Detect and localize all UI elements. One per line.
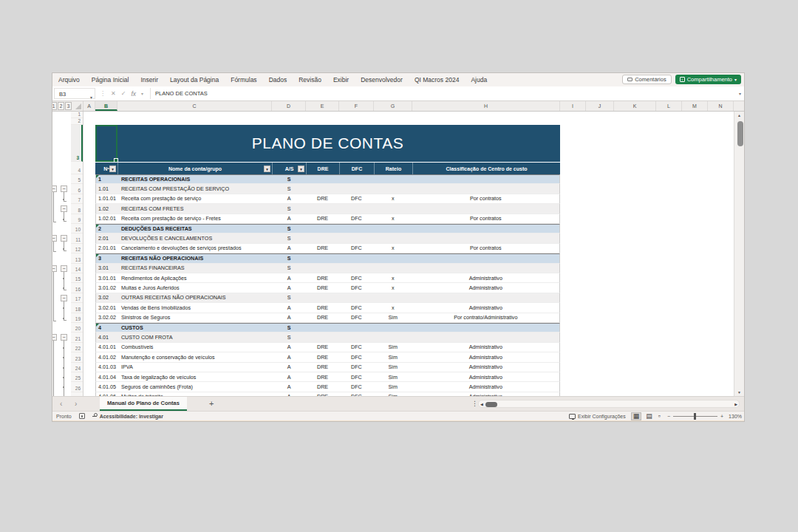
- cell-as[interactable]: S: [272, 254, 306, 262]
- cell-num[interactable]: 3.01.02: [96, 283, 118, 292]
- cell-dre[interactable]: DRE: [306, 363, 339, 372]
- menu-tab[interactable]: Inserir: [134, 73, 164, 86]
- cell-as[interactable]: S: [272, 233, 306, 242]
- cell-cc[interactable]: [412, 175, 559, 183]
- cell-cc[interactable]: Por contratos: [412, 214, 559, 223]
- cell-dre[interactable]: [306, 184, 339, 193]
- cell-rateio[interactable]: x: [374, 273, 412, 282]
- cell-dfc[interactable]: DFC: [339, 194, 374, 203]
- cell-dfc[interactable]: [339, 293, 374, 302]
- cell-dre[interactable]: DRE: [306, 352, 339, 361]
- cell-name[interactable]: RECEITAS FINANCEIRAS: [118, 264, 272, 273]
- cell-as[interactable]: A: [272, 372, 306, 381]
- column-header-F[interactable]: F: [339, 101, 374, 111]
- tab-options-icon[interactable]: ⋮: [471, 400, 478, 407]
- cell-dre[interactable]: DRE: [306, 273, 339, 282]
- row-header-9[interactable]: 9: [71, 214, 83, 224]
- row-header-11[interactable]: 11: [71, 233, 83, 243]
- cell-name[interactable]: Vendas de Bens Imobilizados: [118, 303, 272, 312]
- cell-cc[interactable]: Por contrato/Administrativo: [412, 313, 559, 322]
- cell-num[interactable]: 1: [96, 175, 118, 183]
- cell-dre[interactable]: [306, 225, 339, 233]
- cell-cc[interactable]: [412, 225, 559, 233]
- cell-num[interactable]: 4.01.05: [96, 382, 118, 391]
- cell-as[interactable]: A: [272, 283, 306, 292]
- cell-dfc[interactable]: [339, 184, 374, 193]
- row-header-2[interactable]: 2: [71, 118, 83, 125]
- share-button[interactable]: ↑ Compartilhamento ▾: [675, 75, 741, 84]
- cell-dre[interactable]: DRE: [306, 343, 339, 352]
- row-header-5[interactable]: 5: [71, 174, 83, 184]
- row-header-17[interactable]: 17: [71, 293, 83, 303]
- cell-rateio[interactable]: [374, 332, 412, 341]
- row-header-22[interactable]: 22: [71, 343, 83, 352]
- cell-dfc[interactable]: DFC: [339, 313, 374, 322]
- cell-num[interactable]: 4.01.03: [96, 363, 118, 372]
- cell-rateio[interactable]: [374, 254, 412, 262]
- column-header-B[interactable]: B: [95, 101, 117, 111]
- cell-cc[interactable]: [412, 254, 559, 262]
- cell-rateio[interactable]: [374, 293, 412, 302]
- cell-dfc[interactable]: DFC: [339, 352, 374, 361]
- row-header-14[interactable]: 14: [71, 264, 83, 273]
- column-header-G[interactable]: G: [374, 101, 412, 111]
- cell-dre[interactable]: DRE: [306, 382, 339, 391]
- cell-dfc[interactable]: [339, 204, 374, 213]
- cell-dre[interactable]: DRE: [306, 303, 339, 312]
- cell-name[interactable]: DEDUÇÕES DAS RECEITAS: [118, 225, 272, 233]
- view-settings-button[interactable]: Exibir Configurações: [569, 414, 626, 419]
- cell-as[interactable]: S: [272, 184, 306, 193]
- cell-as[interactable]: A: [272, 303, 306, 312]
- outline-level-button[interactable]: 2: [58, 102, 64, 110]
- menu-tab[interactable]: Ajuda: [465, 73, 493, 86]
- fx-chevron-icon[interactable]: ▾: [141, 91, 143, 96]
- row-header-4[interactable]: 4: [71, 162, 83, 174]
- comments-button[interactable]: Comentários: [622, 75, 672, 84]
- cell-dfc[interactable]: DFC: [339, 343, 374, 352]
- cell-num[interactable]: 4.01: [96, 332, 118, 341]
- collapse-button[interactable]: −: [61, 185, 67, 192]
- cell-rateio[interactable]: Sim: [374, 313, 412, 322]
- cell-num[interactable]: 2: [96, 225, 118, 233]
- cell-name[interactable]: RECEITAS NÃO OPERACIONAIS: [118, 254, 272, 262]
- cell-name[interactable]: Sinistros de Seguros: [118, 313, 272, 322]
- zoom-slider[interactable]: [673, 416, 717, 417]
- column-header-N[interactable]: N: [708, 101, 734, 111]
- add-sheet-button[interactable]: +: [209, 399, 214, 408]
- menu-tab[interactable]: QI Macros 2024: [409, 73, 465, 86]
- cell-as[interactable]: S: [272, 175, 306, 183]
- row-header-18[interactable]: 18: [71, 303, 83, 313]
- cell-dre[interactable]: [306, 175, 339, 183]
- cancel-icon[interactable]: ✕: [111, 90, 116, 97]
- cell-cc[interactable]: Administrativo: [412, 303, 559, 312]
- cell-name[interactable]: DEVOLUÇÕES E CANCELAMENTOS: [118, 233, 272, 242]
- cell-rateio[interactable]: [374, 225, 412, 233]
- cell-num[interactable]: 1.01.01: [96, 194, 118, 203]
- menu-tab[interactable]: Exibir: [327, 73, 355, 86]
- column-header-K[interactable]: K: [614, 101, 656, 111]
- collapse-button[interactable]: −: [61, 295, 67, 301]
- cell-num[interactable]: 3.02.02: [96, 313, 118, 322]
- horizontal-scrollbar[interactable]: ◀ ▶: [478, 400, 740, 408]
- cell-name[interactable]: Receita com prestação de serviço: [118, 194, 272, 203]
- cell-cc[interactable]: [412, 204, 559, 213]
- cell-dfc[interactable]: [339, 332, 374, 341]
- column-header-I[interactable]: I: [560, 101, 586, 111]
- cell-as[interactable]: A: [272, 194, 306, 203]
- cell-as[interactable]: A: [272, 273, 306, 282]
- view-page-break-button[interactable]: ▫: [657, 412, 662, 420]
- cell-rateio[interactable]: [374, 204, 412, 213]
- accessibility-status[interactable]: Acessibilidade: investigar: [92, 413, 163, 419]
- row-header-15[interactable]: 15: [71, 273, 83, 283]
- cell-rateio[interactable]: x: [374, 303, 412, 312]
- scroll-up-icon[interactable]: ▲: [737, 113, 741, 117]
- cell-cc[interactable]: Administrativo: [412, 382, 559, 391]
- cell-dre[interactable]: [306, 332, 339, 341]
- cell-as[interactable]: S: [272, 293, 306, 302]
- column-header-L[interactable]: L: [656, 101, 682, 111]
- macro-record-icon[interactable]: [79, 413, 85, 419]
- cell-num[interactable]: 4.01.04: [96, 372, 118, 381]
- cell-dfc[interactable]: [339, 254, 374, 262]
- cell-num[interactable]: 3: [96, 254, 118, 262]
- row-header-23[interactable]: 23: [71, 352, 83, 362]
